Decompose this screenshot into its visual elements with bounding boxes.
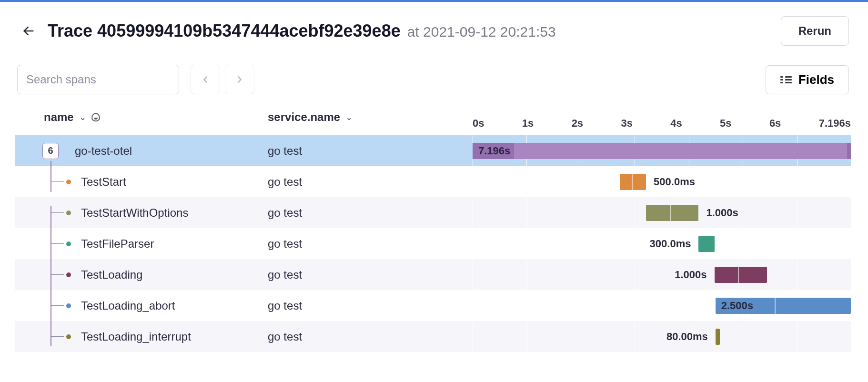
- span-name: go-test-otel: [75, 144, 132, 158]
- fields-button[interactable]: Fields: [766, 65, 849, 94]
- span-timeline: 2.500s: [473, 290, 851, 321]
- timeline-tick: 6s: [769, 117, 781, 130]
- span-service: go test: [268, 330, 473, 343]
- toolbar: Fields: [0, 55, 868, 104]
- span-timeline: 300.0ms: [473, 228, 851, 259]
- span-row[interactable]: TestLoading_abort go test 2.500s: [15, 290, 851, 321]
- span-service: go test: [268, 206, 473, 220]
- span-dot-icon: [66, 241, 71, 246]
- child-count-badge[interactable]: 6: [42, 143, 59, 159]
- span-dot-icon: [66, 211, 71, 215]
- span-bar[interactable]: [698, 236, 714, 252]
- back-button[interactable]: [19, 21, 38, 40]
- span-bar[interactable]: [716, 329, 720, 345]
- span-bar[interactable]: 2.500s: [716, 298, 847, 314]
- span-row[interactable]: TestLoading go test 1.000s: [15, 259, 851, 290]
- span-bar[interactable]: [646, 205, 698, 221]
- chevron-down-icon: ⌄: [346, 113, 352, 122]
- span-timeline: 500.0ms: [473, 166, 851, 197]
- search-input[interactable]: [17, 65, 179, 94]
- span-dot-icon: [66, 272, 71, 277]
- tree-connector: [50, 272, 71, 277]
- span-dot-icon: [66, 303, 71, 308]
- span-duration: 2.500s: [721, 300, 753, 312]
- chevron-down-icon: ⌄: [80, 113, 86, 122]
- page-title: Trace 40599994109b5347444acebf92e39e8e a…: [48, 21, 556, 41]
- span-name: TestStart: [81, 175, 126, 189]
- timeline-tick: 5s: [720, 117, 731, 130]
- span-row[interactable]: TestStartWithOptions go test 1.000s: [15, 197, 851, 228]
- span-timeline: 1.000s: [473, 197, 851, 228]
- span-bar[interactable]: 7.196s: [473, 143, 851, 159]
- span-duration: 300.0ms: [650, 238, 691, 250]
- trace-id: 40599994109b5347444acebf92e39e8e: [97, 21, 401, 40]
- span-end-marker: [847, 143, 851, 159]
- span-duration: 80.00ms: [666, 331, 708, 343]
- arrow-left-icon: [22, 24, 35, 38]
- page-header: Trace 40599994109b5347444acebf92e39e8e a…: [0, 2, 868, 55]
- tree-connector: [50, 303, 71, 308]
- span-row[interactable]: TestStart go test 500.0ms: [15, 166, 851, 197]
- trace-timestamp: at 2021-09-12 20:21:53: [407, 24, 556, 40]
- rerun-button[interactable]: Rerun: [781, 16, 849, 46]
- span-bar[interactable]: [620, 174, 646, 190]
- span-timeline: 1.000s: [473, 259, 851, 290]
- timeline-tick: 4s: [670, 117, 682, 130]
- filter-icon: [91, 113, 100, 121]
- timeline-tick: 7.196s: [819, 117, 851, 130]
- span-name: TestLoading_interrupt: [81, 330, 191, 343]
- span-service: go test: [268, 175, 473, 189]
- span-row[interactable]: TestFileParser go test 300.0ms: [15, 228, 851, 259]
- timeline-tick: 3s: [621, 117, 632, 130]
- chevron-right-icon: [234, 74, 245, 85]
- tree-connector: [50, 241, 71, 246]
- timeline-tick: 1s: [522, 117, 534, 130]
- span-row[interactable]: TestLoading_interrupt go test 80.00ms: [15, 321, 851, 352]
- next-result-button[interactable]: [225, 65, 254, 94]
- timeline-tick: 2s: [572, 117, 583, 130]
- prev-result-button[interactable]: [191, 65, 220, 94]
- span-timeline: 7.196s: [473, 135, 851, 166]
- chevron-left-icon: [200, 74, 211, 85]
- span-duration: 1.000s: [675, 269, 707, 281]
- timeline-tick: 0s: [473, 117, 484, 130]
- tree-connector: [50, 334, 71, 339]
- span-name: TestLoading: [81, 268, 142, 281]
- span-service: go test: [268, 299, 473, 312]
- span-service: go test: [268, 237, 473, 251]
- span-duration: 1.000s: [706, 207, 738, 219]
- span-name: TestLoading_abort: [81, 299, 175, 312]
- column-name-header[interactable]: name ⌄: [15, 111, 268, 124]
- span-bar[interactable]: [715, 267, 767, 283]
- span-duration: 500.0ms: [654, 176, 695, 188]
- span-dot-icon: [66, 334, 71, 339]
- tree-connector: [50, 211, 71, 215]
- fields-icon: [780, 76, 792, 83]
- span-end-marker: [846, 298, 851, 314]
- span-dot-icon: [66, 180, 71, 184]
- tree-connector: [50, 180, 71, 184]
- span-service: go test: [268, 144, 473, 158]
- span-row-root[interactable]: 6 go-test-otel go test 7.196s: [15, 135, 851, 166]
- span-name: TestFileParser: [81, 237, 154, 251]
- columns-header: name ⌄ service.name ⌄ 0s1s2s3s4s5s6s7.19…: [15, 104, 851, 131]
- span-name: TestStartWithOptions: [81, 206, 188, 220]
- column-service-header[interactable]: service.name ⌄: [268, 111, 473, 124]
- span-duration: 7.196s: [478, 145, 510, 157]
- span-service: go test: [268, 268, 473, 281]
- span-timeline: 80.00ms: [473, 321, 851, 352]
